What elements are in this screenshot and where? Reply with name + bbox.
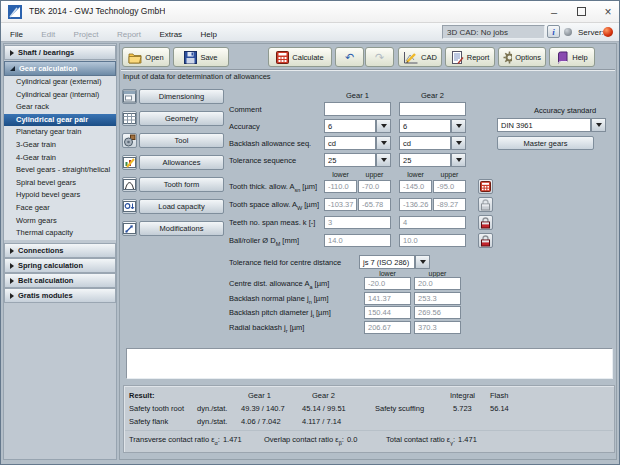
menu-item-extras[interactable]: Extras (152, 26, 189, 44)
section-header-gratis-modules[interactable]: Gratis modules (4, 288, 116, 303)
accuracy-dropdown-button-gear2[interactable] (451, 119, 466, 133)
section-header-belt-calculation[interactable]: Belt calculation (4, 273, 116, 288)
menu-item-edit[interactable]: Edit (34, 26, 62, 44)
close-button[interactable]: × (595, 1, 620, 22)
tool-icon[interactable] (122, 133, 137, 148)
accuracy-dropdown-button-gear1[interactable] (376, 119, 391, 133)
tooth-thick-upper-gear1[interactable]: -70.0 (358, 180, 391, 193)
sidebar-item-3-gear-train[interactable]: 3-Gear train (4, 139, 116, 152)
help-button[interactable]: Help (549, 47, 595, 67)
modifications-icon[interactable] (122, 221, 137, 236)
nav-button-allowances[interactable]: Allowances (139, 155, 224, 170)
backlash-seq-select-gear1[interactable]: cd (324, 136, 376, 150)
allowances-icon[interactable] (122, 155, 137, 170)
tooth-thick-lower-gear2[interactable]: -145.0 (399, 180, 432, 193)
sidebar-item-gear-rack[interactable]: Gear rack (4, 101, 116, 114)
tolerance-seq-select-gear1[interactable]: 25 (324, 153, 376, 167)
ball-roller-gear1[interactable]: 14.0 (324, 234, 391, 247)
tooth-form-icon[interactable] (122, 177, 137, 192)
sidebar-item-bevel-gears[interactable]: Bevel gears - straight/helical (4, 164, 116, 177)
backlash-pitch-lower[interactable]: 150.44 (364, 306, 411, 319)
calculate-button[interactable]: Calculate (268, 47, 332, 67)
cad-button[interactable]: CAD (398, 47, 442, 67)
save-button[interactable]: Save (173, 47, 229, 67)
tolerance-seq-dropdown-button-gear2[interactable] (451, 153, 466, 167)
section-header-shaft-bearings[interactable]: Shaft / bearings (4, 45, 116, 60)
nav-button-tool[interactable]: Tool (139, 133, 224, 148)
dimensioning-icon[interactable] (122, 89, 137, 104)
tooth-thick-calculator-button[interactable] (478, 179, 493, 194)
ball-roller-lock-button[interactable] (478, 233, 493, 248)
options-button[interactable]: Options (498, 47, 546, 67)
menu-item-report[interactable]: Report (110, 26, 148, 44)
info-button[interactable]: i (547, 25, 560, 38)
ball-roller-gear2[interactable]: 10.0 (399, 234, 466, 247)
sidebar-item-thermal-capacity[interactable]: Thermal capacity (4, 227, 116, 240)
load-capacity-icon[interactable] (122, 199, 137, 214)
maximize-button[interactable] (568, 1, 594, 22)
sidebar-item-hypoid-bevel-gears[interactable]: Hypoid bevel gears (4, 189, 116, 202)
redo-button[interactable]: ↷ (365, 47, 394, 67)
backlash-seq-dropdown-button-gear2[interactable] (451, 136, 466, 150)
menu-item-file[interactable]: File (3, 26, 30, 44)
col-lower-gear1: lower (324, 171, 357, 178)
backlash-normal-upper[interactable]: 253.3 (414, 292, 461, 305)
backlash-normal-lower[interactable]: 141.37 (364, 292, 411, 305)
span-measure-gear2[interactable]: 4 (399, 216, 466, 229)
sidebar-item-cylindrical-gear-internal[interactable]: Cylindrical gear (internal) (4, 89, 116, 102)
section-header-connections[interactable]: Connections (4, 243, 116, 258)
tolerance-seq-dropdown-button-gear1[interactable] (376, 153, 391, 167)
nav-button-modifications[interactable]: Modifications (139, 221, 224, 236)
nav-button-load-capacity[interactable]: Load capacity (139, 199, 224, 214)
report-button[interactable]: Report (445, 47, 495, 67)
menu-item-project[interactable]: Project (67, 26, 106, 44)
tooth-space-lower-gear2[interactable]: -136.26 (399, 198, 432, 211)
sidebar-item-cylindrical-gear-pair[interactable]: Cylindrical gear pair (4, 114, 116, 127)
sidebar-item-4-gear-train[interactable]: 4-Gear train (4, 152, 116, 165)
geometry-icon[interactable] (122, 111, 137, 126)
centre-dist-lower[interactable]: -20.0 (364, 277, 411, 290)
calculator-icon (276, 51, 289, 64)
nav-button-geometry[interactable]: Geometry (139, 111, 224, 126)
tooth-space-upper-gear1[interactable]: -65.78 (358, 198, 391, 211)
tolerance-seq-select-gear2[interactable]: 25 (399, 153, 451, 167)
sidebar-item-worm-gears[interactable]: Worm gears (4, 215, 116, 228)
radial-backlash-lower[interactable]: 206.67 (364, 321, 411, 334)
sidebar-item-planetary-gear-train[interactable]: Planetary gear train (4, 126, 116, 139)
nav-button-tooth-form[interactable]: Tooth form (139, 177, 224, 192)
tooth-thick-lower-gear1[interactable]: -110.0 (324, 180, 357, 193)
tooth-space-lock-button-disabled[interactable] (478, 197, 493, 212)
open-button[interactable]: Open (122, 47, 170, 67)
accuracy-select-gear1[interactable]: 6 (324, 119, 376, 133)
minimize-button[interactable]: – (541, 1, 567, 22)
section-header-gear-calculation[interactable]: Gear calculation (4, 61, 116, 76)
nav-button-dimensioning[interactable]: Dimensioning (139, 89, 224, 104)
centre-dist-upper[interactable]: 20.0 (414, 277, 461, 290)
undo-button[interactable]: ↶ (335, 47, 364, 67)
comment-input-gear2[interactable] (399, 102, 466, 116)
section-header-spring-calculation[interactable]: Spring calculation (4, 258, 116, 273)
title-bar: TBK 2014 - GWJ Technology GmbH – × (1, 1, 619, 23)
accuracy-select-gear2[interactable]: 6 (399, 119, 451, 133)
tolerance-field-dropdown-button[interactable] (415, 255, 430, 269)
tooth-thick-upper-gear2[interactable]: -95.0 (433, 180, 466, 193)
accuracy-standard-select[interactable]: DIN 3961 (497, 118, 591, 132)
comment-input-gear1[interactable] (324, 102, 391, 116)
span-measure-gear1[interactable]: 3 (324, 216, 391, 229)
span-measure-lock-button[interactable] (478, 215, 493, 230)
tooth-space-lower-gear1[interactable]: -103.37 (324, 198, 357, 211)
total-contact-ratio: Total contact ratio εγ:1.471 (386, 435, 477, 446)
backlash-pitch-upper[interactable]: 269.56 (414, 306, 461, 319)
backlash-seq-dropdown-button-gear1[interactable] (376, 136, 391, 150)
chevron-down-icon (381, 158, 387, 162)
tolerance-field-select[interactable]: js 7 (ISO 286) (359, 255, 415, 269)
radial-backlash-upper[interactable]: 370.3 (414, 321, 461, 334)
backlash-seq-select-gear2[interactable]: cd (399, 136, 451, 150)
sidebar-item-spiral-bevel-gears[interactable]: Spiral bevel gears (4, 177, 116, 190)
menu-item-help[interactable]: Help (194, 26, 224, 44)
sidebar-item-cylindrical-gear-external[interactable]: Cylindrical gear (external) (4, 76, 116, 89)
sidebar-item-face-gear[interactable]: Face gear (4, 202, 116, 215)
accuracy-standard-dropdown-button[interactable] (591, 118, 606, 132)
tooth-space-upper-gear2[interactable]: -89.27 (433, 198, 466, 211)
master-gears-button[interactable]: Master gears (497, 136, 594, 150)
